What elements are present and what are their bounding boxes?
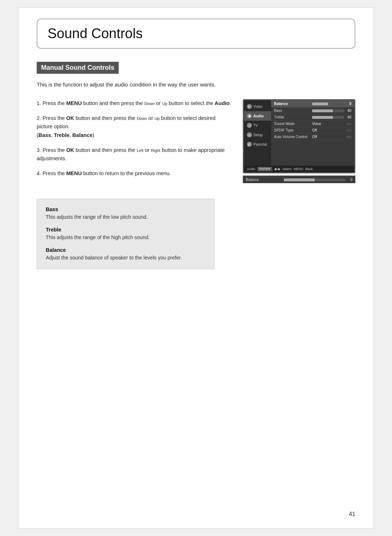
treble-bar-fill	[312, 116, 333, 119]
step-4: 4. Press the MENU button to return to th…	[37, 169, 232, 178]
sub-bar-bar	[284, 178, 345, 181]
enter-btn: ENTER	[257, 167, 272, 171]
sidebar-item-audio: ◉ Audio	[244, 111, 271, 121]
tv-content-panel: Balance 0 Bass 40	[271, 100, 354, 166]
auto-volume-label: Auto Volume Control	[274, 135, 312, 139]
tv-row-auto-volume: Auto Volume Control Off FG	[271, 134, 354, 140]
steps-list: 1. Press the MENU button and then press …	[37, 99, 232, 178]
spdif-label: SPDIF Type	[274, 128, 312, 132]
audio-icon: ◉	[247, 113, 252, 118]
step-3: 3. Press the OK button and then press th…	[37, 146, 232, 163]
title-box: Sound Controls	[37, 19, 355, 49]
treble-bar	[312, 116, 344, 119]
menu-btn: MENU	[294, 167, 303, 171]
treble-term: Treble	[46, 227, 205, 233]
sidebar-label-video: Video	[253, 105, 262, 109]
tv-sub-bar: Balance 0	[243, 176, 355, 183]
balance-bar	[312, 102, 344, 105]
page-title: Sound Controls	[48, 26, 344, 41]
tv-sidebar: ▶ Video ◉ Audio ◎ TV ◈ S	[244, 100, 271, 166]
info-box: Bass This adjusts the range of the low p…	[37, 199, 215, 269]
auto-volume-value: Off	[312, 135, 346, 139]
sidebar-label-tv: TV	[253, 124, 258, 128]
parental-icon: ◧	[247, 142, 252, 147]
tv-row-bass: Bass 40	[271, 108, 354, 114]
bottom-section-label: Audio	[247, 167, 255, 171]
sidebar-item-tv: ◎ TV	[244, 121, 271, 130]
sidebar-item-setup: ◈ Setup	[244, 130, 271, 140]
steps-column: 1. Press the MENU button and then press …	[37, 99, 232, 184]
tv-row-treble: Treble 40	[271, 114, 354, 121]
bass-label: Bass	[274, 109, 312, 113]
tv-row-balance-header: Balance 0	[271, 100, 354, 108]
section-heading: Manual Sound Controls	[37, 62, 119, 74]
step-1: 1. Press the MENU button and then press …	[37, 99, 232, 108]
sub-bar-fill	[284, 178, 315, 181]
treble-desc: This adjusts the range of the high pitch…	[46, 234, 205, 241]
bass-term: Bass	[46, 206, 205, 212]
setup-icon: ◈	[247, 132, 252, 137]
spdif-value: Off	[312, 128, 346, 132]
sound-mode-fg: FG	[347, 122, 352, 126]
bass-bar	[312, 109, 344, 112]
bass-value: 40	[344, 109, 351, 113]
select-label: Select	[282, 167, 291, 171]
tv-bottom-bar: Audio ENTER ◆/◆ Select MENU Back	[244, 166, 354, 172]
tv-menu-inner: ▶ Video ◉ Audio ◎ TV ◈ S	[244, 100, 354, 166]
spdif-fg: FG	[347, 129, 352, 132]
page: Sound Controls Manual Sound Controls Thi…	[18, 7, 374, 529]
balance-desc: Adjust the sound balance of speaker to t…	[46, 254, 205, 262]
sound-mode-label: Sound Mode	[274, 122, 312, 126]
step-2: 2. Press the OK button and then press th…	[37, 114, 232, 140]
video-icon: ▶	[247, 104, 252, 109]
tv-icon: ◎	[247, 123, 252, 128]
tv-row-sound-mode: Sound Mode Voice FG	[271, 121, 354, 127]
bass-desc: This adjusts the range of the low pitch …	[46, 213, 205, 221]
tv-menu-screenshot: ▶ Video ◉ Audio ◎ TV ◈ S	[243, 99, 355, 184]
balance-label: Balance	[274, 102, 312, 106]
page-number: 41	[349, 511, 355, 517]
sidebar-item-parental: ◧ Parental	[244, 140, 271, 149]
nav-btn: ◆/◆	[274, 167, 281, 171]
back-btn: Back	[306, 167, 313, 171]
treble-value: 40	[344, 115, 351, 119]
sub-bar-label: Balance	[246, 178, 284, 182]
sidebar-item-video: ▶ Video	[244, 102, 271, 111]
sidebar-label-setup: Setup	[253, 133, 263, 137]
balance-term: Balance	[46, 247, 205, 253]
balance-value: 0	[344, 102, 351, 106]
sound-mode-value: Voice	[312, 122, 346, 126]
tv-screen: ▶ Video ◉ Audio ◎ TV ◈ S	[243, 99, 355, 173]
sidebar-label-audio: Audio	[253, 114, 264, 118]
intro-text: This is the function to adjust the audio…	[37, 80, 355, 89]
bass-bar-fill	[312, 109, 333, 112]
auto-volume-fg: FG	[347, 135, 352, 139]
balance-bar-fill	[312, 102, 328, 105]
sub-bar-value: 0	[345, 178, 352, 182]
main-content: 1. Press the MENU button and then press …	[37, 99, 355, 184]
treble-label: Treble	[274, 115, 312, 119]
sidebar-label-parental: Parental	[253, 142, 267, 146]
tv-row-spdif: SPDIF Type Off FG	[271, 127, 354, 134]
